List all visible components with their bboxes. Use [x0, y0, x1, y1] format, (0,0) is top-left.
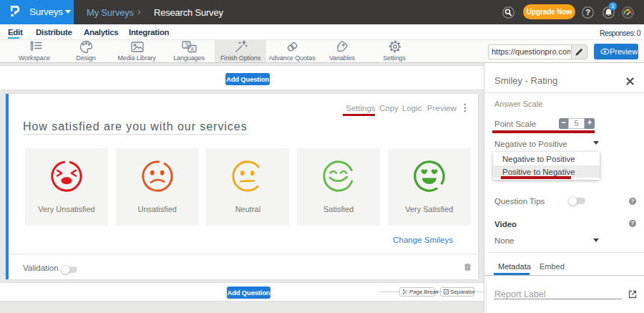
- svg-text:?: ?: [585, 8, 590, 16]
- svg-text:文: 文: [185, 42, 190, 47]
- svg-text:A: A: [190, 46, 194, 52]
